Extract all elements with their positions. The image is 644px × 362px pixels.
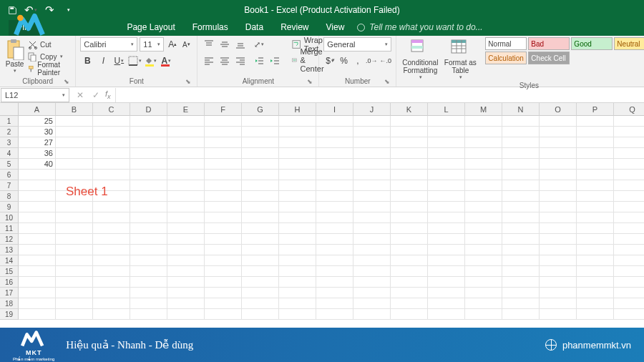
tab-review[interactable]: Review xyxy=(272,20,317,36)
cell[interactable] xyxy=(577,298,614,309)
cell[interactable] xyxy=(391,127,428,137)
cell[interactable] xyxy=(502,288,540,298)
row-header[interactable]: 18 xyxy=(0,298,19,309)
cell[interactable] xyxy=(205,202,242,212)
cell[interactable] xyxy=(391,170,428,180)
cell[interactable] xyxy=(93,170,130,180)
cell[interactable] xyxy=(242,212,279,223)
column-header[interactable]: K xyxy=(391,103,428,116)
cell[interactable] xyxy=(279,180,316,191)
cell[interactable] xyxy=(614,180,644,191)
cell[interactable] xyxy=(93,159,130,170)
cell[interactable] xyxy=(19,234,56,245)
cell[interactable] xyxy=(56,159,93,170)
cell[interactable] xyxy=(577,212,614,223)
cell[interactable] xyxy=(167,234,205,245)
cell[interactable] xyxy=(167,277,205,288)
tab-data[interactable]: Data xyxy=(237,20,272,36)
cell[interactable] xyxy=(205,137,242,148)
spreadsheet-grid[interactable]: ABCDEFGHIJKLMNOPQ 1234567891011121314151… xyxy=(0,103,644,328)
cell[interactable] xyxy=(614,202,644,212)
cell[interactable] xyxy=(391,202,428,212)
cell[interactable] xyxy=(502,180,540,191)
cell[interactable] xyxy=(391,309,428,320)
cell[interactable] xyxy=(316,309,353,320)
cell[interactable] xyxy=(19,288,56,298)
tell-me-search[interactable]: Tell me what you want to do... xyxy=(353,20,488,36)
cell[interactable] xyxy=(56,309,93,320)
cell[interactable] xyxy=(242,191,279,202)
border-button[interactable]: ▾ xyxy=(127,54,142,68)
font-color-button[interactable]: A▾ xyxy=(159,54,173,68)
cell[interactable] xyxy=(93,127,130,137)
cell[interactable] xyxy=(540,288,577,298)
cancel-entry-button[interactable]: ✕ xyxy=(72,88,88,102)
row-headers[interactable]: 12345678910111213141516171819 xyxy=(0,116,19,320)
cell[interactable] xyxy=(19,309,56,320)
cell[interactable] xyxy=(242,127,279,137)
cell[interactable] xyxy=(316,234,353,245)
column-header[interactable]: A xyxy=(19,103,56,116)
cell[interactable] xyxy=(167,266,205,277)
decrease-indent-button[interactable] xyxy=(252,54,266,68)
accept-entry-button[interactable]: ✓ xyxy=(88,88,104,102)
cell[interactable] xyxy=(93,137,130,148)
column-header[interactable]: C xyxy=(93,103,130,116)
cell[interactable] xyxy=(353,180,391,191)
decrease-font-button[interactable]: A▾ xyxy=(180,37,192,52)
column-header[interactable]: I xyxy=(316,103,353,116)
fill-color-button[interactable]: ▾ xyxy=(143,54,157,68)
cell[interactable] xyxy=(391,234,428,245)
cell[interactable] xyxy=(205,309,242,320)
cell[interactable] xyxy=(428,288,465,298)
cell[interactable] xyxy=(205,255,242,266)
font-name-select[interactable]: Calibri▾ xyxy=(80,37,137,52)
column-header[interactable]: P xyxy=(577,103,614,116)
cell[interactable] xyxy=(130,245,167,255)
cell[interactable] xyxy=(205,266,242,277)
cell[interactable] xyxy=(130,159,167,170)
align-middle-button[interactable] xyxy=(218,37,232,52)
cell[interactable] xyxy=(167,127,205,137)
cell[interactable] xyxy=(19,202,56,212)
cell[interactable] xyxy=(391,255,428,266)
cell[interactable] xyxy=(502,202,540,212)
cell[interactable] xyxy=(577,170,614,180)
cell[interactable] xyxy=(205,159,242,170)
cell[interactable] xyxy=(279,148,316,159)
cell[interactable] xyxy=(428,212,465,223)
cell[interactable] xyxy=(391,212,428,223)
column-headers[interactable]: ABCDEFGHIJKLMNOPQ xyxy=(19,103,644,116)
cell[interactable] xyxy=(577,127,614,137)
column-header[interactable]: B xyxy=(56,103,93,116)
cell[interactable] xyxy=(391,288,428,298)
cell[interactable] xyxy=(167,255,205,266)
cell[interactable] xyxy=(205,116,242,127)
cell[interactable] xyxy=(242,234,279,245)
cell[interactable] xyxy=(577,116,614,127)
cell[interactable] xyxy=(279,266,316,277)
cell[interactable] xyxy=(242,116,279,127)
column-header[interactable]: N xyxy=(502,103,540,116)
cell[interactable] xyxy=(614,127,644,137)
cell[interactable] xyxy=(428,266,465,277)
cell[interactable] xyxy=(19,180,56,191)
column-header[interactable]: E xyxy=(167,103,205,116)
cell[interactable] xyxy=(577,191,614,202)
cell[interactable] xyxy=(540,277,577,288)
cell[interactable] xyxy=(56,288,93,298)
cell[interactable] xyxy=(19,298,56,309)
cell[interactable] xyxy=(167,159,205,170)
style-check-cell[interactable]: Check Cell xyxy=(528,52,570,64)
cell[interactable] xyxy=(205,245,242,255)
cell[interactable] xyxy=(614,137,644,148)
cell[interactable] xyxy=(428,180,465,191)
cell[interactable] xyxy=(205,170,242,180)
cell[interactable] xyxy=(540,255,577,266)
orientation-button[interactable]: ⤢▾ xyxy=(252,37,266,52)
cell[interactable] xyxy=(540,191,577,202)
cell[interactable] xyxy=(205,180,242,191)
cell[interactable] xyxy=(540,116,577,127)
column-header[interactable]: H xyxy=(279,103,316,116)
row-header[interactable]: 17 xyxy=(0,288,19,298)
